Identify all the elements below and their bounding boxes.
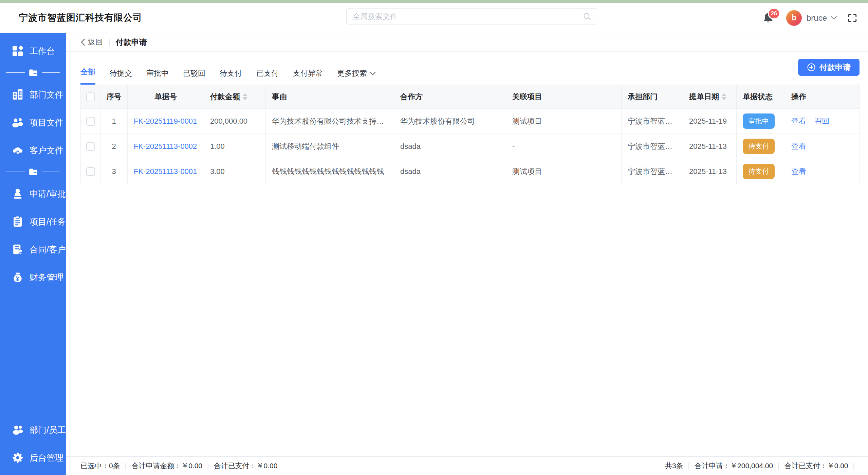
date-sort-header[interactable]: 提单日期: [689, 92, 726, 102]
status-badge: 审批中: [743, 113, 775, 129]
table-row: 2 FK-20251113-0002 1.00 测试移动端付款组件 dsada …: [81, 134, 860, 159]
row-checkbox[interactable]: [86, 167, 95, 176]
cell-partner: 华为技术股份有限公司: [394, 109, 506, 134]
back-button[interactable]: 返回: [80, 37, 103, 47]
tab-to-submit[interactable]: 待提交: [110, 68, 132, 85]
sidebar-item-label: 财务管理: [30, 272, 63, 283]
breadcrumb-separator: |: [108, 38, 110, 47]
tab-to-pay[interactable]: 待支付: [220, 68, 242, 85]
row-checkbox[interactable]: [86, 142, 95, 151]
cell-index: 1: [100, 109, 128, 134]
team-icon: [11, 116, 24, 129]
moneybag-icon: [11, 270, 24, 284]
sidebar-item-contract-customer[interactable]: 合同/客户: [0, 235, 66, 263]
fullscreen-icon[interactable]: [847, 13, 857, 23]
sidebar-item-label: 部门/员工: [30, 424, 66, 436]
sidebar-item-apply-approve[interactable]: 申请/审批: [0, 180, 66, 208]
sidebar-item-project-task[interactable]: 项目/任务: [0, 208, 66, 235]
footer-left: 已选中：0条 | 合计申请金额：￥0.00 | 合计已支付：￥0.00: [80, 461, 277, 471]
sidebar-item-label: 合同/客户: [30, 244, 66, 255]
top-strip: [0, 0, 868, 3]
cell-amount: 200,000.00: [204, 109, 266, 134]
doc-no-link[interactable]: FK-20251113-0001: [134, 167, 197, 176]
table-container: 序号 单据号 付款金额 事由 合作方 关联项目 承担部门 提单日期: [66, 85, 868, 184]
back-label: 返回: [88, 37, 103, 47]
sum-paid: 合计已支付：￥0.00: [784, 461, 848, 471]
sidebar-item-workbench[interactable]: 工作台: [0, 37, 66, 65]
cell-date: 2025-11-19: [683, 109, 737, 134]
row-checkbox[interactable]: [86, 117, 95, 126]
table-header-row: 序号 单据号 付款金额 事由 合作方 关联项目 承担部门 提单日期: [81, 85, 860, 109]
sidebar-item-label: 后台管理: [30, 452, 63, 463]
sidebar-item-admin[interactable]: 后台管理: [0, 444, 66, 472]
col-amount-label: 付款金额: [210, 92, 240, 102]
col-department: 承担部门: [622, 85, 683, 109]
status-tabs: 全部 待提交 审批中 已驳回 待支付 已支付 支付异常 更多搜索: [80, 52, 868, 85]
global-search[interactable]: [346, 8, 598, 24]
folder-icon: [29, 69, 38, 76]
sort-icon: [243, 93, 247, 100]
sidebar-item-finance[interactable]: 财务管理: [0, 263, 66, 291]
sidebar-item-customer-files[interactable]: 客户文件: [0, 136, 66, 164]
tab-rejected[interactable]: 已驳回: [183, 68, 205, 85]
cell-department: 宁波市智蓝图...: [622, 109, 683, 134]
col-index: 序号: [100, 85, 128, 109]
avatar[interactable]: b: [786, 10, 802, 26]
select-all-checkbox[interactable]: [86, 92, 95, 101]
notification-button[interactable]: 26: [762, 12, 774, 24]
col-project: 关联项目: [506, 85, 622, 109]
create-payment-request-button[interactable]: 付款申请: [798, 59, 860, 76]
footer-separator: |: [778, 462, 779, 470]
view-link[interactable]: 查看: [791, 117, 806, 125]
cell-date: 2025-11-13: [683, 159, 737, 184]
payment-table: 序号 单据号 付款金额 事由 合作方 关联项目 承担部门 提单日期: [80, 85, 860, 184]
app-header: 宁波市智蓝图汇科技有限公司 26 b bruce: [0, 3, 868, 33]
amount-sort-header[interactable]: 付款金额: [210, 92, 247, 102]
footer-right: 共3条 | 合计申请：￥200,004.00 | 合计已支付：￥0.00 |: [665, 461, 860, 471]
sidebar-item-label: 工作台: [30, 46, 55, 57]
more-search[interactable]: 更多搜索: [337, 68, 376, 85]
more-search-label: 更多搜索: [337, 68, 367, 78]
sidebar: 工作台 部门文件 项目文件: [0, 33, 66, 475]
footer-separator: |: [688, 462, 690, 470]
footer-separator: |: [207, 462, 209, 470]
status-badge: 待支付: [743, 139, 775, 154]
view-link[interactable]: 查看: [791, 167, 806, 176]
view-link[interactable]: 查看: [791, 142, 806, 151]
status-badge: 待支付: [743, 164, 775, 179]
doc-no-link[interactable]: FK-20251119-0001: [134, 117, 197, 125]
footer-separator: |: [853, 462, 855, 470]
tab-all[interactable]: 全部: [80, 67, 95, 85]
col-partner: 合作方: [394, 85, 506, 109]
footer-separator: |: [125, 462, 127, 470]
contract-icon: [11, 243, 24, 256]
recall-link[interactable]: 召回: [814, 117, 829, 125]
sidebar-item-label: 项目/任务: [30, 216, 66, 227]
username[interactable]: bruce: [807, 13, 827, 23]
dashboard-icon: [11, 44, 24, 58]
total-paid-amount: 合计已支付：￥0.00: [214, 461, 278, 471]
clipboard-icon: [11, 215, 24, 228]
company-name: 宁波市智蓝图汇科技有限公司: [19, 12, 142, 24]
sidebar-item-project-files[interactable]: 项目文件: [0, 108, 66, 136]
cell-partner: dsada: [394, 134, 506, 159]
tab-pay-exception[interactable]: 支付异常: [293, 68, 323, 85]
col-date: 提单日期: [683, 85, 737, 109]
search-input[interactable]: [353, 12, 583, 21]
sidebar-item-department-staff[interactable]: 部门/员工: [0, 416, 66, 444]
col-doc-no: 单据号: [128, 85, 204, 109]
total-request-amount: 合计申请金额：￥0.00: [131, 461, 202, 471]
cell-index: 3: [100, 159, 128, 184]
cell-project: 测试项目: [506, 109, 622, 134]
sidebar-item-department-files[interactable]: 部门文件: [0, 81, 66, 108]
cell-department: 宁波市智蓝图...: [622, 134, 683, 159]
tab-paid[interactable]: 已支付: [256, 68, 279, 85]
user-chevron-down-icon[interactable]: [830, 16, 837, 20]
search-icon: [583, 12, 592, 21]
tab-approving[interactable]: 审批中: [146, 68, 169, 85]
breadcrumb: 返回 | 付款申请: [66, 33, 868, 52]
sum-request: 合计申请：￥200,004.00: [695, 461, 773, 471]
cell-reason: 华为技术股份有限公司技术支持第3...: [266, 109, 394, 134]
plus-circle-icon: [807, 63, 816, 72]
doc-no-link[interactable]: FK-20251113-0002: [134, 142, 197, 151]
